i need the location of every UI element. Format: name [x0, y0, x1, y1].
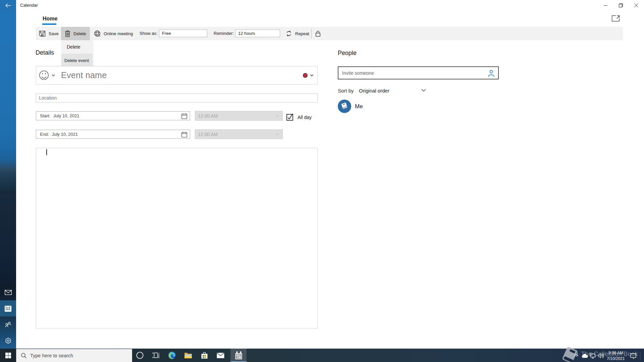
- category-red-dot-icon: [301, 73, 315, 78]
- toolbar-separator: [311, 29, 312, 38]
- show-as-combobox[interactable]: Free: [159, 29, 207, 37]
- open-new-window-icon: [612, 15, 620, 21]
- attendee-name: Me: [355, 103, 363, 110]
- people-icon: [5, 322, 11, 327]
- cloud-icon: [582, 354, 588, 358]
- sidebar-item-people[interactable]: [0, 316, 16, 333]
- store-icon: [201, 352, 208, 359]
- tray-volume-icon[interactable]: [598, 353, 604, 358]
- attendee-avatar: [338, 100, 351, 113]
- open-in-new-window-button[interactable]: [610, 14, 621, 23]
- network-display-icon: [590, 353, 596, 359]
- sidebar-item-settings[interactable]: [0, 333, 16, 349]
- trash-icon: [65, 31, 70, 37]
- tray-network-icon[interactable]: [590, 353, 596, 359]
- search-icon: [21, 353, 26, 358]
- show-as-label: Show as:: [140, 31, 157, 36]
- speaker-icon: [598, 353, 604, 358]
- edge-icon: [168, 351, 176, 359]
- minimize-button[interactable]: [598, 0, 613, 11]
- window-title: Calendar: [20, 3, 38, 8]
- checkmark-icon: [287, 113, 293, 120]
- menu-item-delete[interactable]: Delete: [61, 40, 93, 54]
- restore-icon: [619, 3, 623, 7]
- reminder-value: 12 hours: [238, 31, 255, 36]
- start-time-combobox: 12:00 AM: [195, 111, 283, 121]
- lock-icon: [316, 31, 320, 37]
- book-avatar-icon: [340, 102, 348, 110]
- reminder-combobox[interactable]: 12 hours: [235, 29, 280, 37]
- event-description-textarea[interactable]: [36, 148, 318, 328]
- text-caret: [46, 149, 47, 155]
- show-as-value: Free: [162, 31, 171, 36]
- person-add-icon: [487, 69, 495, 77]
- invite-placeholder: Invite someone: [342, 70, 374, 76]
- task-view-icon: [152, 352, 160, 358]
- windows-logo-icon: [5, 353, 11, 358]
- menu-item-delete-event[interactable]: Delete event: [61, 54, 93, 67]
- tray-show-hidden-icons[interactable]: [573, 353, 580, 357]
- back-arrow-icon: [5, 3, 11, 8]
- delete-label: Delete: [73, 31, 86, 36]
- taskbar-item-cortana[interactable]: [132, 349, 148, 362]
- chevron-down-icon: [275, 115, 279, 117]
- location-input[interactable]: [36, 94, 318, 103]
- emoji-picker-button[interactable]: [39, 70, 55, 80]
- taskbar-item-task-view[interactable]: [148, 349, 164, 362]
- tray-onedrive-icon[interactable]: [582, 354, 588, 358]
- taskbar-search-input[interactable]: Type here to search: [16, 349, 132, 362]
- start-button[interactable]: [0, 349, 16, 362]
- tray-clock-date[interactable]: 7/10/2021: [606, 356, 626, 361]
- close-icon: [634, 3, 638, 7]
- taskbar-item-file-explorer[interactable]: [180, 349, 196, 362]
- save-button[interactable]: Save: [39, 27, 59, 40]
- minimize-icon: [604, 4, 607, 7]
- tab-home[interactable]: Home: [43, 16, 57, 22]
- file-explorer-icon: [184, 352, 192, 359]
- sort-by-label: Sort by: [338, 88, 354, 94]
- event-name-placeholder: Event name: [61, 70, 107, 80]
- category-color-button[interactable]: [301, 73, 315, 78]
- sidebar-item-mail[interactable]: [0, 284, 16, 300]
- close-button[interactable]: [629, 0, 644, 11]
- mail-app-icon: [217, 353, 224, 358]
- taskbar-item-calendar-active[interactable]: [230, 349, 247, 362]
- add-person-icon[interactable]: [487, 69, 495, 77]
- all-day-checkbox[interactable]: [286, 114, 293, 121]
- show-desktop-divider[interactable]: [640, 351, 640, 359]
- smiley-icon: [39, 70, 55, 80]
- reminder-label: Reminder:: [214, 31, 234, 36]
- all-day-label: All day: [298, 115, 312, 120]
- tray-clock-time[interactable]: 9:36 AM: [606, 351, 626, 355]
- end-time-combobox: 12:00 AM: [195, 129, 283, 139]
- calendar-picker-icon: [181, 132, 187, 137]
- app-nav-sidebar: [0, 0, 16, 349]
- start-date-picker[interactable]: Start: July 10, 2021: [36, 111, 190, 120]
- taskbar-item-mail[interactable]: [212, 349, 228, 362]
- search-placeholder: Type here to search: [30, 353, 73, 358]
- sidebar-item-calendar[interactable]: [0, 300, 16, 316]
- taskbar-item-edge[interactable]: [164, 349, 180, 362]
- private-button[interactable]: [316, 27, 320, 40]
- repeat-button[interactable]: Repeat: [286, 27, 309, 40]
- back-button[interactable]: [0, 0, 16, 11]
- sort-chevron-icon: [421, 89, 426, 92]
- tray-action-center-icon[interactable]: [630, 353, 636, 359]
- online-meeting-button[interactable]: Online meeting: [94, 27, 133, 40]
- end-date-picker[interactable]: End: July 10, 2021: [36, 130, 190, 139]
- tab-home-underline: [42, 23, 56, 25]
- save-label: Save: [49, 31, 59, 36]
- taskbar-item-store[interactable]: [196, 349, 212, 362]
- details-heading: Details: [36, 49, 54, 56]
- delete-dropdown-menu: Delete Delete event: [61, 40, 93, 67]
- sort-by-combobox[interactable]: Original order: [359, 88, 389, 94]
- action-center-icon: [630, 353, 636, 359]
- globe-icon: [94, 31, 100, 37]
- repeat-label: Repeat: [295, 31, 309, 36]
- restore-button[interactable]: [613, 0, 629, 11]
- start-date-value: July 10, 2021: [53, 113, 79, 118]
- calendar-icon: [4, 305, 12, 312]
- cortana-icon: [136, 352, 144, 359]
- calendar-app-icon: [235, 351, 243, 360]
- delete-button[interactable]: Delete: [65, 27, 86, 40]
